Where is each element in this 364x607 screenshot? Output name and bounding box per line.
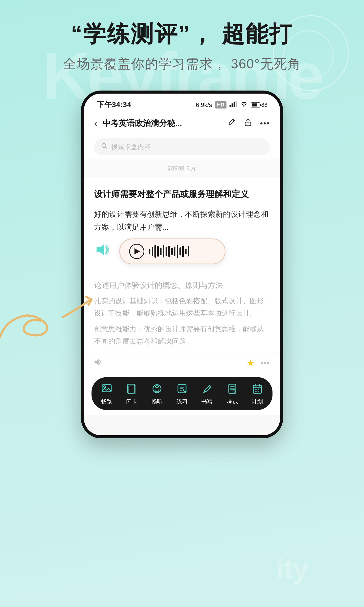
search-input[interactable]: 搜索卡盒内容 (111, 142, 151, 151)
tab-label-plan: 计划 (252, 398, 263, 405)
more-icon[interactable]: ••• (260, 119, 270, 128)
card-count: 23908卡片 (84, 159, 280, 178)
waveform-bar (149, 249, 150, 254)
tab-icon-plan (251, 382, 264, 395)
waveform-bar (152, 247, 153, 256)
search-bar-area: 搜索卡盒内容 (84, 134, 280, 159)
tab-exam[interactable]: 考试 (220, 382, 245, 405)
tab-label-practice: 练习 (176, 398, 188, 405)
play-button[interactable] (129, 244, 144, 259)
battery-icon: 88 (251, 102, 267, 108)
card-partial (84, 415, 280, 435)
tab-label-flashcard: 闪卡 (126, 398, 137, 405)
hd-badge: HD (215, 101, 226, 109)
svg-rect-19 (253, 385, 261, 393)
tab-label-write: 书写 (201, 398, 213, 405)
card-2-question: 论述用户体验设计的概念、原则与方法 (94, 279, 270, 291)
tab-icon-practice (175, 382, 189, 395)
waveform-bar (174, 247, 175, 256)
status-time: 下午34:34 (97, 100, 131, 110)
search-icon (101, 143, 108, 151)
status-right: 6.9k/s HD (196, 101, 267, 109)
wifi-icon (240, 101, 248, 109)
svg-marker-7 (97, 244, 104, 256)
audio-player[interactable] (119, 239, 225, 264)
waveform-bar (154, 245, 156, 258)
hero-section: “学练测评”， 超能打 全场景覆盖你的学习需求， 360°无死角 (0, 0, 364, 73)
play-icon (134, 248, 140, 254)
phone-frame: 下午34:34 6.9k/s HD (81, 91, 283, 438)
waveform (149, 245, 189, 258)
tab-write[interactable]: 书写 (195, 382, 220, 405)
nav-title: 中考英语政治满分秘... (102, 118, 222, 129)
search-bar[interactable]: 搜索卡盒内容 (94, 138, 270, 155)
phone-container: 下午34:34 6.9k/s HD (0, 91, 364, 438)
card-actions: ★ ••• (247, 358, 270, 368)
waveform-bar (166, 247, 167, 256)
audio-icon-small[interactable] (94, 358, 103, 368)
waveform-bar (188, 246, 189, 256)
star-icon[interactable]: ★ (247, 358, 254, 368)
tab-bar: 畅览 闪卡 畅听 练习 书写 考试 计划 (92, 377, 272, 410)
waveform-bar (168, 246, 170, 257)
svg-point-10 (104, 386, 106, 388)
svg-point-4 (243, 105, 244, 106)
card-1-answer: 好的设计需要有创新思维，不断探索新的设计理念和方案，以满足用户需... (94, 208, 270, 233)
share-icon[interactable] (244, 118, 252, 129)
card-more-icon[interactable]: ••• (260, 359, 270, 367)
tab-icon-browse (100, 382, 113, 395)
tab-icon-flashcard (125, 382, 138, 395)
card-2-answer-1: 扎实的设计基础知识：包括色彩搭配、版式设计、图形设计等技能，能够熟练地运用这些基… (94, 295, 270, 319)
svg-rect-1 (232, 103, 233, 107)
waveform-bar (179, 247, 181, 255)
nav-bar: ‹ 中考英语政治满分秘... ••• (84, 113, 280, 134)
waveform-bar (157, 246, 159, 257)
hero-subtitle: 全场景覆盖你的学习需求， 360°无死角 (0, 55, 364, 73)
svg-rect-14 (155, 386, 158, 388)
waveform-bar (177, 245, 178, 258)
tab-flashcard[interactable]: 闪卡 (119, 382, 144, 405)
status-bar: 下午34:34 6.9k/s HD (84, 94, 280, 113)
tab-plan[interactable]: 计划 (245, 382, 270, 405)
back-button[interactable]: ‹ (94, 118, 97, 129)
waveform-bar (182, 246, 184, 257)
tab-icon-write (200, 382, 214, 395)
tab-label-exam: 考试 (227, 398, 238, 405)
nav-actions: ••• (228, 118, 270, 129)
card-controls (94, 239, 270, 264)
edit-icon[interactable] (228, 118, 236, 129)
tab-browse[interactable]: 畅览 (94, 382, 119, 405)
svg-rect-3 (236, 101, 237, 107)
speaker-icon[interactable] (94, 241, 112, 262)
tab-icon-listen (150, 382, 164, 395)
hero-title: “学练测评”， 超能打 (0, 20, 364, 48)
tab-listen[interactable]: 畅听 (144, 382, 169, 405)
waveform-bar (185, 249, 187, 254)
card-1-question: 设计师需要对整个产品或服务理解和定义 (94, 188, 270, 201)
svg-rect-17 (229, 384, 236, 393)
waveform-bar (160, 248, 162, 255)
svg-marker-8 (95, 359, 99, 365)
card-2: 论述用户体验设计的概念、原则与方法 扎实的设计基础知识：包括色彩搭配、版式设计、… (84, 274, 280, 354)
tab-icon-exam (226, 382, 239, 395)
svg-rect-0 (230, 105, 231, 107)
svg-rect-9 (102, 385, 111, 392)
waveform-bar (171, 248, 173, 255)
svg-rect-2 (234, 102, 235, 107)
card-2-answer-2: 创意思维能力：优秀的设计师需要有创意思维，能够从不同的角度去思考和解决问题... (94, 323, 270, 347)
waveform-bar (163, 245, 164, 257)
tab-practice[interactable]: 练习 (169, 382, 194, 405)
status-speed: 6.9k/s (196, 101, 212, 109)
signal-icon (230, 101, 237, 109)
battery-percent: 88 (261, 102, 267, 108)
card-1: 设计师需要对整个产品或服务理解和定义 好的设计需要有创新思维，不断探索新的设计理… (84, 178, 280, 274)
card-bottom-bar: ★ ••• (84, 354, 280, 372)
tab-label-listen: 畅听 (151, 398, 163, 405)
tab-label-browse: 畅览 (101, 398, 112, 405)
